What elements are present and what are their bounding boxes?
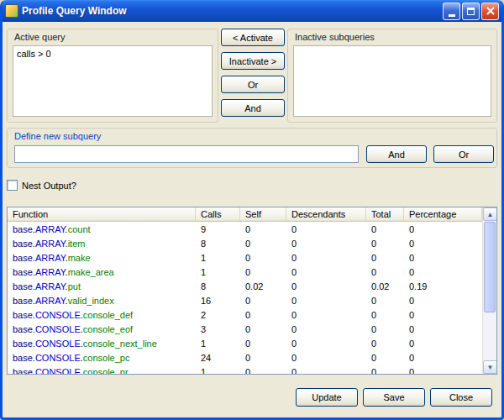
percentage-cell: 0 (404, 237, 482, 251)
subquery-input[interactable] (14, 145, 359, 163)
table-row[interactable]: base.ARRAY.item80000 (8, 237, 482, 251)
close-button[interactable] (481, 3, 499, 20)
function-cell: base.ARRAY.valid_index (8, 294, 196, 308)
table-row[interactable]: base.CONSOLE.console_eof30000 (8, 323, 482, 337)
total-cell: 0 (366, 265, 404, 280)
app-icon (5, 4, 18, 18)
percentage-cell: 0.19 (404, 280, 482, 294)
and-transfer-button[interactable]: And (221, 99, 285, 117)
descendants-cell: 0 (286, 237, 366, 251)
window-controls (443, 3, 499, 20)
titlebar[interactable]: Profile Query Window (0, 0, 504, 22)
total-cell: 0 (366, 251, 404, 265)
update-button[interactable]: Update (296, 388, 358, 407)
table-row[interactable]: base.ARRAY.valid_index160000 (8, 294, 482, 308)
total-cell: 0 (366, 308, 404, 323)
calls-cell: 8 (196, 280, 240, 294)
inactivate-button[interactable]: Inactivate > (221, 52, 285, 70)
maximize-button[interactable] (462, 3, 480, 20)
table-row[interactable]: base.CONSOLE.console_pc240000 (8, 351, 482, 365)
subquery-and-button[interactable]: And (366, 145, 427, 163)
active-query-label: Active query (14, 32, 66, 42)
percentage-cell: 0 (404, 223, 482, 237)
activate-button[interactable]: < Activate (221, 29, 285, 46)
descendants-cell: 0 (286, 308, 366, 323)
scroll-down-icon[interactable]: ▼ (483, 360, 497, 374)
table-row[interactable]: base.ARRAY.put80.0200.020.19 (8, 280, 482, 294)
percentage-cell: 0 (404, 265, 482, 280)
column-header-descendants[interactable]: Descendants (286, 207, 366, 221)
nest-output-label: Nest Output? (22, 181, 76, 191)
function-cell: base.ARRAY.put (8, 280, 196, 294)
descendants-cell: 0 (286, 365, 366, 374)
active-query-list[interactable]: calls > 0 (13, 45, 213, 117)
function-cell: base.CONSOLE.console_def (8, 308, 196, 323)
total-cell: 0 (366, 351, 404, 365)
subquery-or-button[interactable]: Or (433, 145, 494, 163)
column-header-calls[interactable]: Calls (196, 207, 240, 221)
table-row[interactable]: base.ARRAY.make_area10000 (8, 265, 482, 280)
footer-buttons: Update Save Close (3, 388, 501, 408)
descendants-cell: 0 (286, 323, 366, 337)
calls-cell: 1 (196, 265, 240, 280)
nest-output-checkbox[interactable] (7, 180, 18, 191)
or-transfer-button[interactable]: Or (221, 76, 285, 93)
total-cell: 0.02 (366, 280, 404, 294)
calls-cell: 1 (196, 251, 240, 265)
descendants-cell: 0 (286, 223, 366, 237)
calls-cell: 3 (196, 323, 240, 337)
table-row[interactable]: base.CONSOLE.console_pr10000 (8, 365, 482, 374)
self-cell: 0 (240, 223, 286, 237)
close-icon (486, 7, 495, 15)
total-cell: 0 (366, 365, 404, 374)
self-cell: 0 (240, 265, 286, 280)
close-dialog-button[interactable]: Close (430, 388, 492, 407)
table-row[interactable]: base.ARRAY.count90000 (8, 223, 482, 237)
column-header-function[interactable]: Function (8, 207, 196, 221)
table-row[interactable]: base.CONSOLE.console_def20000 (8, 308, 482, 323)
function-cell: base.ARRAY.make_area (8, 265, 196, 280)
calls-cell: 1 (196, 337, 240, 351)
maximize-icon (467, 8, 475, 15)
minimize-button[interactable] (443, 3, 460, 20)
table-body[interactable]: base.ARRAY.count90000base.ARRAY.item8000… (8, 223, 482, 374)
self-cell: 0 (240, 365, 286, 374)
calls-cell: 8 (196, 237, 240, 251)
column-header-total[interactable]: Total (366, 207, 404, 221)
calls-cell: 9 (196, 223, 240, 237)
self-cell: 0 (240, 294, 286, 308)
function-cell: base.CONSOLE.console_pc (8, 351, 196, 365)
self-cell: 0 (240, 337, 286, 351)
dialog-body: Active query calls > 0 < Activate Inacti… (3, 22, 501, 415)
column-header-self[interactable]: Self (240, 207, 286, 221)
total-cell: 0 (366, 223, 404, 237)
calls-cell: 2 (196, 308, 240, 323)
percentage-cell: 0 (404, 308, 482, 323)
calls-cell: 1 (196, 365, 240, 374)
table-row[interactable]: base.CONSOLE.console_next_line10000 (8, 337, 482, 351)
nest-output-option[interactable]: Nest Output? (7, 180, 76, 191)
self-cell: 0 (240, 351, 286, 365)
percentage-cell: 0 (404, 365, 482, 374)
descendants-cell: 0 (286, 280, 366, 294)
inactive-subqueries-panel: Inactive subqueries (287, 29, 497, 123)
column-header-percentage[interactable]: Percentage (404, 207, 482, 221)
calls-cell: 24 (196, 351, 240, 365)
save-button[interactable]: Save (363, 388, 425, 407)
self-cell: 0 (240, 323, 286, 337)
scroll-up-icon[interactable]: ▲ (483, 207, 497, 221)
active-query-item[interactable]: calls > 0 (13, 46, 212, 61)
scrollbar-thumb[interactable] (484, 222, 496, 312)
total-cell: 0 (366, 294, 404, 308)
table-row[interactable]: base.ARRAY.make10000 (8, 251, 482, 265)
descendants-cell: 0 (286, 337, 366, 351)
inactive-subqueries-label: Inactive subqueries (295, 32, 375, 42)
self-cell: 0 (240, 251, 286, 265)
function-cell: base.CONSOLE.console_eof (8, 323, 196, 337)
inactive-subqueries-list[interactable] (293, 45, 491, 117)
profile-query-window: Profile Query Window Active query calls … (0, 0, 504, 420)
function-cell: base.ARRAY.count (8, 223, 196, 237)
vertical-scrollbar[interactable]: ▲ ▼ (482, 207, 496, 374)
function-cell: base.CONSOLE.console_next_line (8, 337, 196, 351)
descendants-cell: 0 (286, 294, 366, 308)
